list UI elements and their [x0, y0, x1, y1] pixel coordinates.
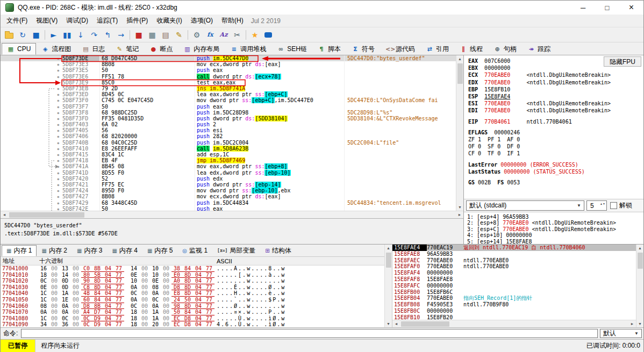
close-button[interactable]: × [619, 1, 643, 15]
breakpoint-dot-icon[interactable]: ● [1, 152, 62, 157]
argument-count-stepper[interactable]: 5 ▲▼ [586, 200, 607, 211]
scroll-right-arrow-icon[interactable]: ► [456, 211, 463, 218]
tab-graph[interactable]: ◈流程图 [36, 43, 76, 55]
breakpoint-dot-icon[interactable]: ● [1, 110, 62, 116]
breakpoint-dot-icon[interactable]: ● [1, 163, 62, 169]
scroll-up-arrow-icon[interactable]: ▲ [385, 245, 392, 252]
disasm-row[interactable]: ●5D8F73F868 988DC25Dpush im.5DC28D985DC2… [1, 110, 456, 116]
breakpoint-dot-icon[interactable]: ● [1, 121, 62, 127]
checkbox-icon[interactable] [610, 202, 617, 209]
disasm-row[interactable]: ●5D8F73FDFF35 0481D35Dpush dword ptr ds:… [1, 116, 456, 121]
register-line[interactable]: OF 0 SF 0 DF 0 [468, 143, 643, 150]
tab-memory4[interactable]: ▦内存 4 [107, 245, 142, 256]
register-line[interactable]: EFLAGS 00000246 [468, 129, 643, 136]
stack-row[interactable]: 15E8FB08F45905E3ntdll.770B9F80 [392, 301, 636, 308]
assembler-icon[interactable]: Az [217, 29, 230, 41]
tab-notes[interactable]: ✎笔记 [110, 43, 144, 55]
stack-argument-row[interactable]: 2: [esp+8] 770EABE0 <ntdll.DbgUiRemoteBr… [467, 220, 643, 226]
menu-item[interactable]: 文件(F) [2, 15, 32, 27]
breakpoint-dot-icon[interactable]: ● [1, 97, 62, 103]
settings-icon[interactable]: ⚙ [190, 29, 203, 41]
register-line[interactable]: EIP 770B4061 ntdll.770B4061 [468, 118, 643, 125]
disasm-row[interactable]: ●5D8F741A8B45 08mov eax,dword ptr ss:[eb… [1, 163, 456, 169]
disasm-row[interactable]: ●5D8F741D8D55 F0lea edx,dword ptr ss:[eb… [1, 170, 456, 176]
tab-handles[interactable]: ⊕句柄 [488, 43, 522, 55]
disasm-row[interactable]: ●5D8F742968 3448C45Dpush im.5DC448345DC4… [1, 200, 456, 206]
calling-convention-select[interactable]: 默认 (stdcall) ▼ [466, 200, 584, 211]
dump-row[interactable]: 77041090340036000CD9047718002000ECD80477… [1, 321, 384, 327]
minimize-button[interactable]: ─ [571, 1, 595, 15]
tab-memory1[interactable]: ▦内存 1 [2, 245, 37, 256]
stack-row[interactable]: 15E8FB0015E8FB6C [392, 289, 636, 296]
stack-argument-row[interactable]: 1: [esp+4] 96A59BB3 [467, 214, 643, 220]
breakpoint-dot-icon[interactable]: ● [1, 206, 62, 211]
disasm-row[interactable]: ●5D8F742E50push eax [1, 206, 456, 211]
breakpoint-dot-icon[interactable]: ● [1, 193, 62, 199]
disasm-row[interactable]: ●5D8F740B68 04C0C25Dpush im.5DC2C0045DC2… [1, 140, 456, 146]
step-into-icon[interactable]: ↓ [74, 29, 87, 41]
tab-watch1[interactable]: ◎监视 1 [177, 245, 212, 256]
breakpoint-dot-icon[interactable]: ● [1, 91, 62, 97]
dump-vertical-scrollbar[interactable]: ▲ ▼ [384, 245, 392, 327]
scroll-up-arrow-icon[interactable]: ▲ [636, 245, 644, 252]
step-over-icon[interactable]: ↷ [88, 29, 101, 41]
disasm-row[interactable]: ●5D8F7418EB 4Fjmp im.5D8F7469 [1, 157, 456, 163]
restart-icon[interactable]: ↻ [16, 29, 29, 41]
run-to-cursor-icon[interactable]: → [115, 29, 127, 41]
tab-threads[interactable]: ∥线程 [454, 43, 488, 55]
breakpoint-dot-icon[interactable]: ● [1, 140, 62, 146]
breakpoint-dot-icon[interactable]: ● [1, 61, 62, 67]
log-icon[interactable]: ▤ [159, 29, 172, 41]
breakpoint-dot-icon[interactable]: ● [1, 104, 62, 110]
stack-vertical-scrollbar[interactable]: ▲ ▼ [636, 245, 643, 327]
command-input[interactable] [21, 329, 598, 338]
menu-item[interactable]: 调试(D) [62, 15, 92, 27]
scroll-left-arrow-icon[interactable]: ◄ [1, 211, 8, 218]
memory-map-icon[interactable]: ▦ [146, 29, 159, 41]
disasm-row[interactable]: ●5D8F73ED8D45 0Clea eax,dword ptr ss:[eb… [1, 91, 456, 97]
dump-row[interactable]: 770410300E000D00C88D04770A000800D88D0477… [1, 284, 384, 291]
breakpoints-icon[interactable]: ■ [132, 29, 145, 41]
stack-argument-row[interactable]: 4: [esp+10] 00000000 [467, 232, 643, 238]
dump-row[interactable]: 7704106008000A00D88B04770C000A00988D0477… [1, 303, 384, 310]
breakpoint-dot-icon[interactable]: ● [1, 170, 62, 176]
dump-row[interactable]: 770410700A000A00A4D7047718001A0050840477… [1, 309, 384, 315]
breakpoint-dot-icon[interactable]: ● [1, 74, 62, 80]
disasm-row[interactable]: ●5D8F73E985C0test eax,eax [1, 80, 456, 85]
disasm-row[interactable]: ●5D8F740556push esi [1, 127, 456, 133]
stack-horizontal-scrollbar[interactable]: ◄ ► [392, 320, 636, 327]
tab-seh[interactable]: ∞SEH链 [271, 43, 312, 55]
breakpoint-dot-icon[interactable]: ● [1, 127, 62, 133]
register-line[interactable]: EDX 770EABE0 <ntdll.DbgUiRemoteBreakin> [468, 79, 643, 86]
tab-memory5[interactable]: ▦内存 5 [142, 245, 177, 256]
stack-row[interactable]: 15E8FAE4770EAC19返回到 ntdll.770EAC19 自 ntd… [392, 245, 636, 251]
scroll-thumb[interactable] [638, 253, 643, 269]
stack-row[interactable]: 15E8FB04770EABE0指向SEH_Record[1]的指针 [392, 295, 636, 301]
disasm-row[interactable]: ●5D8F73F0C745 0C E047C45Dmov dword ptr s… [1, 97, 456, 103]
register-line[interactable]: ESP 15E8FAE4 [468, 93, 643, 100]
tab-cpu[interactable]: ▦CPU [2, 43, 36, 55]
menu-item[interactable]: 收藏夹(I) [152, 15, 186, 27]
notes-icon[interactable]: ✎ [173, 29, 185, 41]
stack-argument-row[interactable]: 5: [esp+14] 15E8FAE8 [467, 239, 643, 244]
breakpoint-dot-icon[interactable]: ● [1, 116, 62, 121]
stack-row[interactable]: 15E8FAF815E8FAE8 [392, 276, 636, 283]
scroll-thumb[interactable] [401, 321, 449, 327]
disasm-horizontal-scrollbar[interactable]: ◄ ► [1, 211, 463, 218]
scroll-thumb[interactable] [457, 63, 463, 84]
disasm-row[interactable]: ●5D8F73DE68 D047C45Dpush im.5DC447D05DC4… [1, 55, 456, 61]
register-line[interactable]: LastStatus 00000000 (STATUS_SUCCESS) [468, 168, 643, 175]
menu-item[interactable]: 视图(V) [32, 15, 62, 27]
scroll-thumb[interactable] [386, 253, 391, 268]
breakpoint-dot-icon[interactable]: ● [1, 67, 62, 73]
disasm-row[interactable]: ●5D8F7410E8 26EEFAFFcall im.5D8A623B [1, 146, 456, 152]
disasm-row[interactable]: ●5D8F73EB79 2Djns im.5D8F741A [1, 85, 456, 91]
stack-row[interactable]: 15E8FAEC770EABE0ntdll.770EABE0 [392, 257, 636, 264]
title-bar[interactable]: QQ.exe - PID: 268C - 模块: im.dll - 线程: 25… [1, 1, 643, 15]
register-line[interactable]: CF 0 TF 0 IF 1 [468, 150, 643, 157]
tab-locals[interactable]: [x=]局部变量 [212, 245, 260, 256]
menu-item[interactable]: 插件(P) [122, 15, 152, 27]
scroll-left-arrow-icon[interactable]: ◄ [392, 320, 400, 327]
scroll-up-arrow-icon[interactable]: ▲ [456, 55, 464, 62]
register-line[interactable]: ECX 770EABE0 <ntdll.DbgUiRemoteBreakin> [468, 71, 643, 78]
